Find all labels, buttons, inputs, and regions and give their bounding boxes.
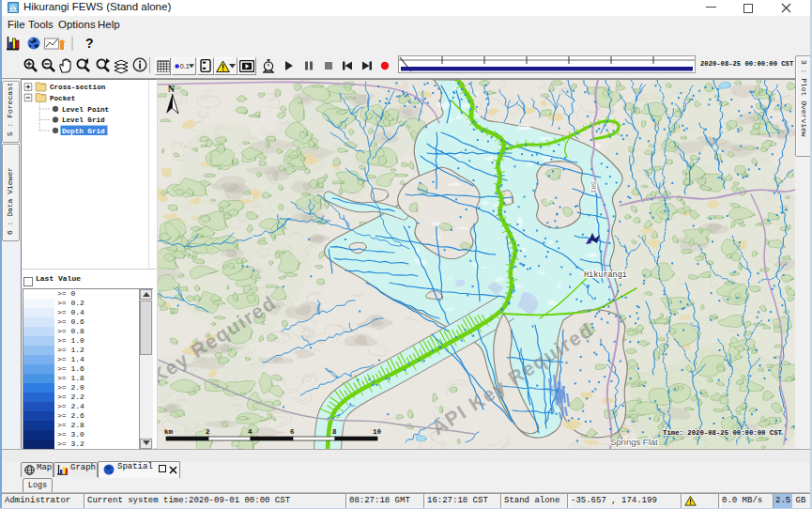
svg-text:Pocket: Pocket [50,95,75,102]
svg-text:Depth Grid: Depth Grid [62,128,105,135]
svg-text:Level Point: Level Point [62,106,109,114]
svg-text:Level Grid: Level Grid [62,116,105,124]
svg-text:Cross-section: Cross-section [50,84,106,91]
